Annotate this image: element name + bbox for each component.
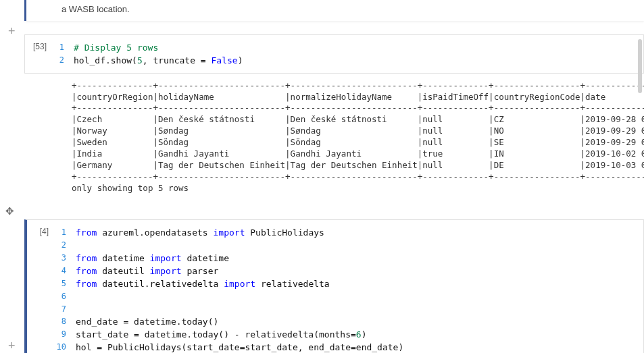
line-number: 2 (54, 240, 76, 252)
add-cell-icon[interactable]: + (8, 24, 16, 38)
line-number: 5 (54, 278, 76, 291)
line-number: 8 (54, 316, 76, 329)
line-number: 7 (54, 304, 76, 317)
code-cell-4[interactable]: [4] 1from azureml.opendatasets import Pu… (24, 219, 644, 353)
line-number: 9 (54, 329, 76, 342)
line-number: 1 (52, 42, 74, 55)
exec-count-label: [53] (25, 35, 52, 73)
line-number: 4 (54, 265, 76, 278)
code-line[interactable] (76, 240, 631, 252)
cell-output: +---------------+-----------------------… (24, 74, 644, 202)
code-line[interactable]: hol_df.show(5, truncate = False) (74, 55, 631, 67)
info-callout: a WASB location. (24, 0, 644, 21)
line-number: 1 (54, 227, 76, 240)
line-number: 6 (54, 291, 76, 304)
line-number: 2 (52, 55, 74, 67)
code-line[interactable]: from datetime import datetime (76, 252, 631, 265)
code-line[interactable]: from dateutil import parser (76, 265, 631, 278)
code-line[interactable]: start_date = datetime.today() - relative… (76, 329, 631, 342)
add-cell-icon[interactable]: + (8, 339, 16, 353)
code-editor[interactable]: 1# Display 5 rows2hol_df.show(5, truncat… (52, 35, 643, 73)
code-line[interactable] (76, 291, 631, 304)
line-number: 10 (54, 342, 76, 353)
code-cell-53[interactable]: [53] 1# Display 5 rows2hol_df.show(5, tr… (24, 34, 644, 74)
code-line[interactable]: end_date = datetime.today() (76, 316, 631, 329)
code-line[interactable]: from dateutil.relativedelta import relat… (76, 278, 631, 291)
code-line[interactable] (76, 304, 631, 317)
callout-text: a WASB location. (61, 4, 130, 14)
scrollbar-thumb[interactable] (638, 39, 642, 93)
exec-count-label: [4] (27, 220, 54, 353)
code-line[interactable]: from azureml.opendatasets import PublicH… (76, 227, 631, 240)
drag-handle-icon[interactable]: ✥ (5, 205, 14, 217)
code-line[interactable]: hol = PublicHolidays(start_date=start_da… (76, 342, 631, 353)
line-number: 3 (54, 252, 76, 265)
code-line[interactable]: # Display 5 rows (74, 42, 631, 55)
code-editor[interactable]: 1from azureml.opendatasets import Public… (54, 220, 643, 353)
